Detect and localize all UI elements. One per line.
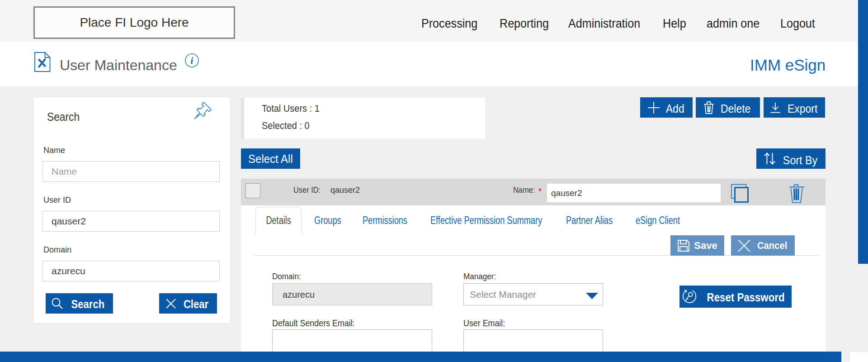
svg-text:i: i <box>191 55 193 66</box>
